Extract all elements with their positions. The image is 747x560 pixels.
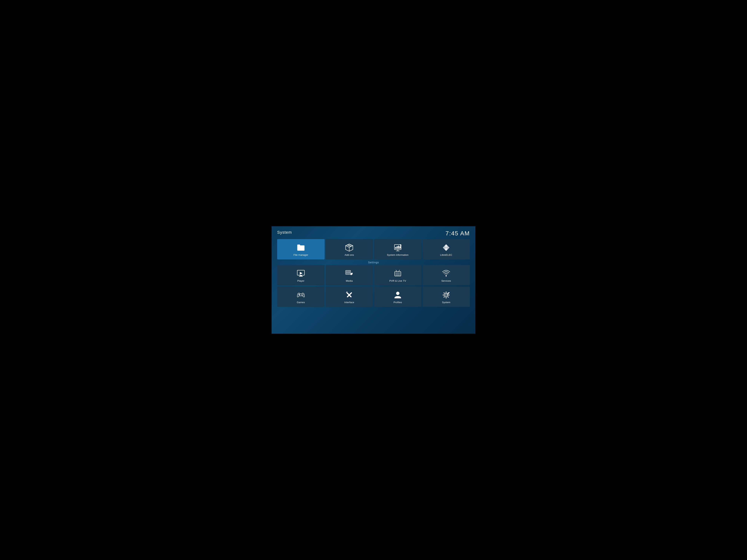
services-label: Services (441, 279, 451, 282)
profiles-tile[interactable]: Profiles (374, 287, 421, 307)
pvr-icon (393, 269, 402, 278)
svg-point-10 (400, 244, 401, 245)
file-manager-tile[interactable]: File manager (277, 239, 325, 260)
pvr-live-tv-tile[interactable]: PVR & Live TV (374, 265, 421, 285)
system-icon (442, 291, 450, 299)
services-icon (442, 269, 450, 278)
svg-rect-16 (300, 275, 302, 276)
system-tile[interactable]: System (422, 287, 470, 307)
player-tile[interactable]: Player (277, 265, 325, 285)
games-tile[interactable]: Games (277, 287, 325, 307)
settings-grid: Player Media (277, 265, 470, 307)
system-information-tile[interactable]: System information (374, 239, 421, 260)
media-icon (345, 269, 354, 278)
libreelec-icon (442, 243, 450, 252)
svg-point-50 (447, 294, 448, 296)
svg-point-34 (302, 294, 303, 294)
svg-point-31 (446, 276, 447, 277)
kodi-screen: System 7:45 AM File manager Add-ons (272, 226, 475, 334)
svg-point-35 (303, 294, 304, 295)
system-information-label: System information (387, 254, 409, 256)
clock: 7:45 AM (445, 230, 470, 237)
add-ons-label: Add-ons (344, 254, 354, 256)
file-manager-label: File manager (293, 254, 308, 256)
games-label: Games (297, 301, 305, 304)
media-label: Media (346, 279, 353, 282)
svg-point-30 (445, 275, 447, 276)
svg-rect-24 (395, 271, 401, 276)
interface-label: Interface (344, 301, 354, 304)
profiles-label: Profiles (393, 301, 402, 304)
svg-rect-48 (443, 296, 445, 298)
svg-rect-17 (299, 276, 303, 276)
pvr-live-tv-label: PVR & Live TV (389, 279, 406, 282)
shortcuts-row: File manager Add-ons (277, 239, 470, 260)
svg-rect-44 (443, 294, 444, 295)
top-bar: System 7:45 AM (277, 230, 470, 237)
libreelec-tile[interactable]: LibreELEC (422, 239, 470, 260)
svg-rect-45 (449, 294, 449, 295)
svg-rect-7 (397, 246, 397, 249)
box-icon (345, 243, 354, 252)
svg-rect-20 (346, 271, 347, 274)
games-icon (297, 291, 305, 299)
settings-section-label: Settings (277, 261, 470, 264)
svg-rect-22 (349, 271, 350, 274)
player-icon (297, 269, 305, 278)
player-label: Player (297, 279, 304, 282)
svg-rect-21 (347, 271, 349, 274)
svg-point-37 (302, 295, 303, 296)
svg-rect-8 (398, 245, 399, 249)
svg-point-36 (301, 294, 302, 295)
svg-rect-43 (446, 297, 447, 298)
svg-point-41 (396, 292, 400, 295)
add-ons-tile[interactable]: Add-ons (326, 239, 373, 260)
svg-rect-42 (446, 292, 447, 293)
interface-icon (345, 291, 354, 299)
svg-rect-6 (395, 247, 396, 249)
page-title: System (277, 230, 292, 235)
svg-point-23 (351, 273, 352, 275)
svg-rect-46 (443, 292, 445, 293)
folder-icon (297, 243, 305, 252)
svg-marker-18 (300, 272, 303, 275)
system-info-icon (393, 243, 402, 252)
svg-line-26 (398, 270, 400, 271)
profiles-icon (393, 291, 402, 299)
svg-rect-49 (447, 296, 449, 298)
system-label: System (442, 301, 450, 304)
interface-tile[interactable]: Interface (326, 287, 373, 307)
media-tile[interactable]: Media (326, 265, 373, 285)
services-tile[interactable]: Services (422, 265, 470, 285)
libreelec-label: LibreELEC (440, 254, 452, 256)
svg-line-25 (396, 270, 397, 271)
svg-rect-33 (299, 294, 300, 295)
